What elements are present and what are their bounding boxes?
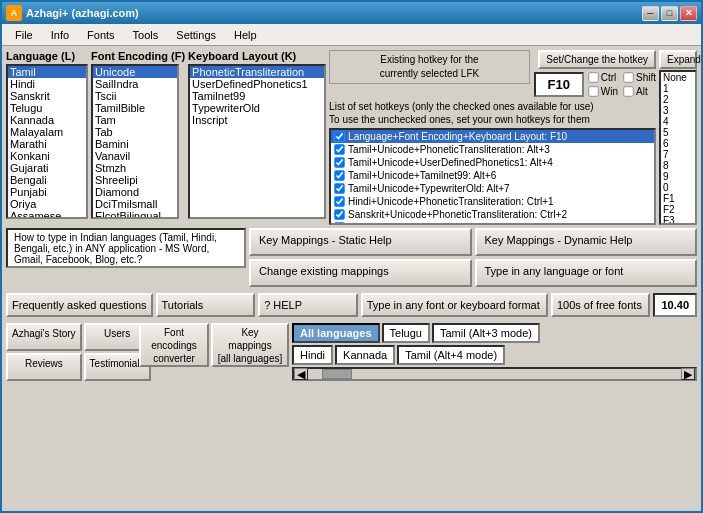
menu-tools[interactable]: Tools [124, 26, 168, 44]
maximize-button[interactable]: □ [661, 6, 678, 21]
hotkey-item[interactable]: Tamil+Unicode+PhoneticTransliteration: A… [331, 143, 654, 156]
ctrl-checkbox[interactable] [588, 72, 598, 82]
alt-checkbox-label[interactable]: Alt [622, 85, 656, 98]
alt-checkbox[interactable] [623, 86, 633, 96]
font-encoding-item[interactable]: Shreelipi [93, 174, 177, 186]
menu-file[interactable]: File [6, 26, 42, 44]
type-any-language-button[interactable]: Type in any language or font [475, 259, 698, 287]
tamil-alt3-status[interactable]: Tamil (Alt+3 mode) [432, 323, 540, 343]
close-button[interactable]: ✕ [680, 6, 697, 21]
language-item[interactable]: Punjabi [8, 186, 86, 198]
menu-help[interactable]: Help [225, 26, 266, 44]
type-any-font-button[interactable]: Type in any font or keyboard format [361, 293, 548, 317]
set-hotkey-button[interactable]: Set/Change the hotkey [538, 50, 656, 69]
language-item[interactable]: Sanskrit [8, 90, 86, 102]
font-encoding-item[interactable]: TamilBible [93, 102, 177, 114]
right-panel-item[interactable]: 2 [661, 94, 695, 105]
shift-checkbox[interactable] [623, 72, 633, 82]
azhagis-story-button[interactable]: Azhagi's Story [6, 323, 82, 351]
right-panel-item[interactable]: F2 [661, 204, 695, 215]
keyboard-layout-listbox[interactable]: PhoneticTransliterationUserDefinedPhonet… [188, 64, 326, 219]
menu-settings[interactable]: Settings [167, 26, 225, 44]
font-encoding-listbox[interactable]: UnicodeSailIndraTsciiTamilBibleTamTabBam… [91, 64, 179, 219]
language-item[interactable]: Bengali [8, 174, 86, 186]
keyboard-layout-item[interactable]: UserDefinedPhonetics1 [190, 78, 324, 90]
right-panel-item[interactable]: 7 [661, 149, 695, 160]
hindi-status[interactable]: Hindi [292, 345, 333, 365]
keyboard-layout-item[interactable]: Tamilnet99 [190, 90, 324, 102]
font-encodings-converter-button[interactable]: Fontencodingsconverter [139, 323, 209, 367]
right-listbox[interactable]: None1234567890F1F2F3F4F5F6F7F8F9F10F11F1… [659, 70, 697, 225]
hotkey-listbox[interactable]: Language+Font Encoding+Keyboard Layout: … [329, 128, 656, 225]
hundreds-free-button[interactable]: 100s of free fonts [551, 293, 651, 317]
faq-button[interactable]: Frequently asked questions [6, 293, 153, 317]
tutorials-button[interactable]: Tutorials [156, 293, 256, 317]
right-panel-item[interactable]: 9 [661, 171, 695, 182]
win-checkbox[interactable] [588, 86, 598, 96]
hotkey-item[interactable]: Devanagari+Unicode+UserDefinedPhonetics1… [331, 221, 654, 225]
footer-center-buttons: Fontencodingsconverter Keymappings[all l… [139, 323, 289, 381]
right-panel-item[interactable]: None [661, 72, 695, 83]
font-encoding-item[interactable]: Tscii [93, 90, 177, 102]
telugu-status[interactable]: Telugu [382, 323, 430, 343]
right-panel-item[interactable]: 3 [661, 105, 695, 116]
keyboard-layout-item[interactable]: Inscript [190, 114, 324, 126]
key-mappings-dynamic-button[interactable]: Key Mappings - Dynamic Help [475, 228, 698, 256]
language-item[interactable]: Oriya [8, 198, 86, 210]
hotkey-item[interactable]: Tamil+Unicode+TypewriterOld: Alt+7 [331, 182, 654, 195]
right-panel-item[interactable]: 1 [661, 83, 695, 94]
right-panel-item[interactable]: 6 [661, 138, 695, 149]
font-encoding-item[interactable]: Bamini [93, 138, 177, 150]
language-item[interactable]: Marathi [8, 138, 86, 150]
font-encoding-item[interactable]: SailIndra [93, 78, 177, 90]
font-encoding-item[interactable]: Tab [93, 126, 177, 138]
ctrl-checkbox-label[interactable]: Ctrl [587, 71, 618, 84]
menu-info[interactable]: Info [42, 26, 78, 44]
keyboard-layout-item[interactable]: PhoneticTransliteration [190, 66, 324, 78]
right-panel-item[interactable]: F1 [661, 193, 695, 204]
font-encoding-item[interactable]: Diamond [93, 186, 177, 198]
language-item[interactable]: Tamil [8, 66, 86, 78]
right-panel-item[interactable]: 8 [661, 160, 695, 171]
right-panel-item[interactable]: 0 [661, 182, 695, 193]
language-item[interactable]: Malayalam [8, 126, 86, 138]
hotkey-item[interactable]: Tamil+Unicode+UserDefinedPhonetics1: Alt… [331, 156, 654, 169]
language-item[interactable]: Kannada [8, 114, 86, 126]
menubar: File Info Fonts Tools Settings Help [2, 24, 701, 46]
help-button[interactable]: ? HELP [258, 293, 358, 317]
language-item[interactable]: Konkani [8, 150, 86, 162]
hotkey-item[interactable]: Language+Font Encoding+Keyboard Layout: … [331, 130, 654, 143]
hotkey-item[interactable]: Tamil+Unicode+Tamilnet99: Alt+6 [331, 169, 654, 182]
menu-fonts[interactable]: Fonts [78, 26, 124, 44]
font-encoding-item[interactable]: Vanavil [93, 150, 177, 162]
font-encoding-item[interactable]: Tam [93, 114, 177, 126]
win-checkbox-label[interactable]: Win [587, 85, 618, 98]
info-box: How to type in Indian languages (Tamil, … [6, 228, 246, 268]
language-item[interactable]: Gujarati [8, 162, 86, 174]
font-encoding-item[interactable]: ElcotBilingual [93, 210, 177, 219]
all-languages-status[interactable]: All languages [292, 323, 380, 343]
right-panel-item[interactable]: 4 [661, 116, 695, 127]
right-panel-item[interactable]: 5 [661, 127, 695, 138]
minimize-button[interactable]: ─ [642, 6, 659, 21]
language-item[interactable]: Hindi [8, 78, 86, 90]
key-mappings-all-button[interactable]: Keymappings[all languages] [211, 323, 289, 367]
language-item[interactable]: Assamese [8, 210, 86, 219]
tamil-alt4-status[interactable]: Tamil (Alt+4 mode) [397, 345, 505, 365]
expand-button[interactable]: Expand [659, 50, 697, 69]
right-panel-item[interactable]: F3 [661, 215, 695, 225]
hotkey-item[interactable]: Hindi+Unicode+PhoneticTransliteration: C… [331, 195, 654, 208]
key-mappings-static-button[interactable]: Key Mappings - Static Help [249, 228, 472, 256]
kannada-status[interactable]: Kannada [335, 345, 395, 365]
font-encoding-item[interactable]: Stmzh [93, 162, 177, 174]
language-item[interactable]: Telugu [8, 102, 86, 114]
language-listbox[interactable]: TamilHindiSanskritTeluguKannadaMalayalam… [6, 64, 88, 219]
keyboard-layout-item[interactable]: TypewriterOld [190, 102, 324, 114]
font-encoding-item[interactable]: Unicode [93, 66, 177, 78]
horizontal-scrollbar[interactable]: ◀ ▶ [292, 367, 697, 381]
reviews-button[interactable]: Reviews [6, 353, 82, 381]
change-existing-button[interactable]: Change existing mappings [249, 259, 472, 287]
shift-checkbox-label[interactable]: Shift [622, 71, 656, 84]
hotkey-item[interactable]: Sanskrit+Unicode+PhoneticTransliteration… [331, 208, 654, 221]
font-encoding-item[interactable]: DciTmilsmall [93, 198, 177, 210]
